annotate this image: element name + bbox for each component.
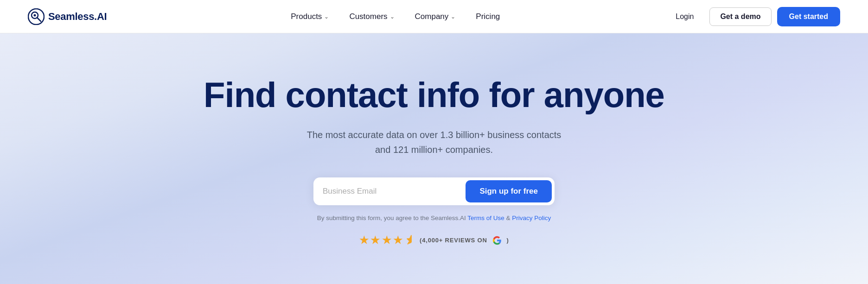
star-rating: ★ ★ ★ ★ ⯨ [359, 234, 415, 246]
nav-customers[interactable]: Customers ⌄ [341, 8, 402, 25]
logo-text: Seamless.AI [48, 11, 107, 23]
terms-prefix: By submitting this form, you agree to th… [317, 215, 468, 221]
star-1: ★ [359, 234, 369, 246]
hero-section: Find contact info for anyone The most ac… [0, 33, 868, 284]
chevron-down-icon: ⌄ [390, 13, 395, 20]
svg-point-0 [28, 9, 44, 25]
chevron-down-icon: ⌄ [451, 13, 455, 20]
nav-customers-label: Customers [349, 12, 387, 21]
hero-title: Find contact info for anyone [204, 76, 664, 114]
login-button[interactable]: Login [665, 8, 704, 25]
nav-pricing[interactable]: Pricing [467, 8, 508, 25]
star-4: ★ [393, 234, 403, 246]
navbar-nav: Products ⌄ Customers ⌄ Company ⌄ Pricing [125, 8, 665, 25]
google-icon [492, 235, 502, 246]
email-input[interactable] [323, 182, 466, 201]
nav-pricing-label: Pricing [476, 12, 500, 21]
navbar: Seamless.AI Products ⌄ Customers ⌄ Compa… [0, 0, 868, 33]
star-3: ★ [382, 234, 392, 246]
get-started-button[interactable]: Get started [777, 7, 840, 26]
reviews-bar: ★ ★ ★ ★ ⯨ (4,000+ REVIEWS ON ) [359, 234, 509, 246]
hero-form: Sign up for free [313, 177, 555, 205]
navbar-actions: Login Get a demo Get started [665, 7, 840, 26]
star-2: ★ [370, 234, 380, 246]
chevron-down-icon: ⌄ [324, 13, 329, 20]
nav-company[interactable]: Company ⌄ [407, 8, 464, 25]
terms-of-use-link[interactable]: Terms of Use [467, 215, 504, 221]
nav-products-label: Products [291, 12, 322, 21]
nav-products[interactable]: Products ⌄ [282, 8, 337, 25]
review-count-text: (4,000+ REVIEWS ON [420, 237, 487, 244]
terms-amp: & [504, 215, 512, 221]
signup-button[interactable]: Sign up for free [466, 180, 552, 202]
terms-text: By submitting this form, you agree to th… [317, 215, 551, 221]
logo-icon [28, 8, 45, 25]
logo[interactable]: Seamless.AI [28, 8, 107, 25]
svg-point-3 [34, 14, 36, 16]
privacy-policy-link[interactable]: Privacy Policy [512, 215, 551, 221]
nav-company-label: Company [415, 12, 449, 21]
svg-line-2 [37, 18, 41, 21]
hero-subtitle: The most accurate data on over 1.3 billi… [304, 127, 564, 157]
star-5-half: ⯨ [405, 234, 415, 246]
reviews-close-paren: ) [507, 237, 509, 244]
get-demo-button[interactable]: Get a demo [709, 7, 771, 26]
